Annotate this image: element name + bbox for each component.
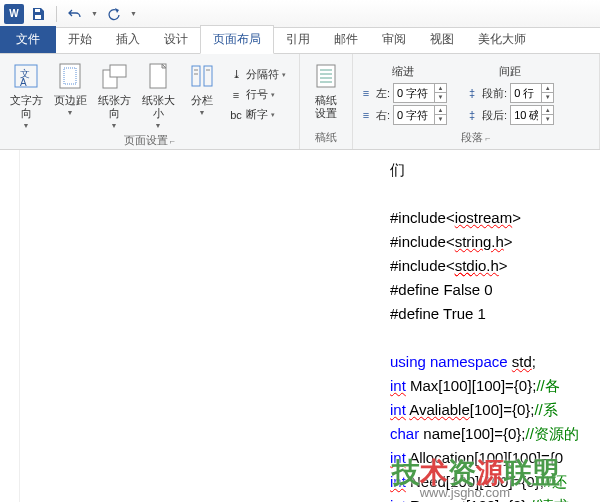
document-page[interactable]: 们 #include<iostream>#include<string.h>#i… — [20, 150, 600, 502]
breaks-button[interactable]: ⤓分隔符 ▾ — [226, 65, 289, 84]
orientation-button[interactable]: 纸张方向 ▼ — [94, 58, 134, 131]
save-icon[interactable] — [30, 6, 46, 22]
line-numbers-icon: ≡ — [229, 88, 243, 102]
spacing-before-spinner[interactable]: ▲▼ — [510, 83, 554, 103]
orientation-icon — [98, 60, 130, 92]
indent-left-spinner[interactable]: ▲▼ — [393, 83, 447, 103]
size-button[interactable]: 纸张大小 ▼ — [138, 58, 178, 131]
svg-rect-1 — [35, 15, 41, 19]
text-direction-icon: 文A — [10, 60, 42, 92]
left-gutter — [0, 150, 20, 502]
tab-home[interactable]: 开始 — [56, 26, 104, 53]
svg-rect-11 — [204, 66, 212, 86]
tab-review[interactable]: 审阅 — [370, 26, 418, 53]
ribbon: 文A 文字方向 ▼ 页边距 ▼ 纸张方向 ▼ 纸张大小 ▼ 分栏 — [0, 54, 600, 150]
spacing-after-spinner[interactable]: ▲▼ — [510, 105, 554, 125]
hyphenation-icon: bc — [229, 108, 243, 122]
redo-icon[interactable] — [106, 6, 122, 22]
spacing-title: 间距 — [465, 64, 554, 79]
indent-right-spinner[interactable]: ▲▼ — [393, 105, 447, 125]
margins-button[interactable]: 页边距 ▼ — [50, 58, 90, 131]
svg-rect-10 — [192, 66, 200, 86]
page-setup-small-buttons: ⤓分隔符 ▾ ≡行号 ▾ bc断字 ▾ — [226, 58, 289, 131]
indent-right-label: 右: — [376, 108, 390, 123]
hyphenation-button[interactable]: bc断字 ▾ — [226, 105, 289, 124]
svg-rect-0 — [35, 9, 40, 12]
svg-rect-15 — [317, 65, 335, 87]
manuscript-settings-button[interactable]: 稿纸 设置 — [306, 58, 346, 128]
indent-left-icon: ≡ — [359, 87, 373, 99]
indent-column: 缩进 ≡ 左: ▲▼ ≡ 右: ▲▼ — [359, 58, 447, 128]
undo-dropdown[interactable]: ▼ — [91, 10, 98, 17]
undo-icon[interactable] — [67, 6, 83, 22]
svg-rect-8 — [110, 65, 126, 77]
quick-access-toolbar: ▼ ▼ — [30, 6, 137, 22]
group-paragraph: 缩进 ≡ 左: ▲▼ ≡ 右: ▲▼ 间距 ‡ 段前: ▲▼ — [353, 54, 600, 149]
qat-customize-dropdown[interactable]: ▼ — [130, 10, 137, 17]
text-direction-button[interactable]: 文A 文字方向 ▼ — [6, 58, 46, 131]
indent-left-label: 左: — [376, 86, 390, 101]
tab-file[interactable]: 文件 — [0, 26, 56, 53]
breaks-icon: ⤓ — [229, 68, 243, 82]
group-page-setup: 文A 文字方向 ▼ 页边距 ▼ 纸张方向 ▼ 纸张大小 ▼ 分栏 — [0, 54, 300, 149]
columns-button[interactable]: 分栏 ▼ — [182, 58, 222, 131]
manuscript-icon — [310, 60, 342, 92]
spacing-after-label: 段后: — [482, 108, 507, 123]
page-setup-launcher-icon[interactable]: ⌐ — [170, 136, 175, 146]
tab-page-layout[interactable]: 页面布局 — [200, 25, 274, 54]
title-bar: W ▼ ▼ — [0, 0, 600, 28]
tab-view[interactable]: 视图 — [418, 26, 466, 53]
columns-icon — [186, 60, 218, 92]
svg-text:A: A — [20, 77, 27, 88]
tab-mailings[interactable]: 邮件 — [322, 26, 370, 53]
line-numbers-button[interactable]: ≡行号 ▾ — [226, 85, 289, 104]
size-icon — [142, 60, 174, 92]
tab-insert[interactable]: 插入 — [104, 26, 152, 53]
tab-design[interactable]: 设计 — [152, 26, 200, 53]
paragraph-launcher-icon[interactable]: ⌐ — [485, 133, 490, 143]
ribbon-tabs: 文件 开始 插入 设计 页面布局 引用 邮件 审阅 视图 美化大师 — [0, 28, 600, 54]
document-area[interactable]: 们 #include<iostream>#include<string.h>#i… — [0, 150, 600, 502]
word-app-icon: W — [4, 4, 24, 24]
spacing-after-icon: ‡ — [465, 109, 479, 121]
group-manuscript: 稿纸 设置 稿纸 — [300, 54, 353, 149]
indent-title: 缩进 — [359, 64, 447, 79]
spacing-column: 间距 ‡ 段前: ▲▼ ‡ 段后: ▲▼ — [465, 58, 554, 128]
spacing-before-icon: ‡ — [465, 87, 479, 99]
margins-icon — [54, 60, 86, 92]
tab-references[interactable]: 引用 — [274, 26, 322, 53]
spacing-before-label: 段前: — [482, 86, 507, 101]
tab-beautify[interactable]: 美化大师 — [466, 26, 538, 53]
indent-right-icon: ≡ — [359, 109, 373, 121]
